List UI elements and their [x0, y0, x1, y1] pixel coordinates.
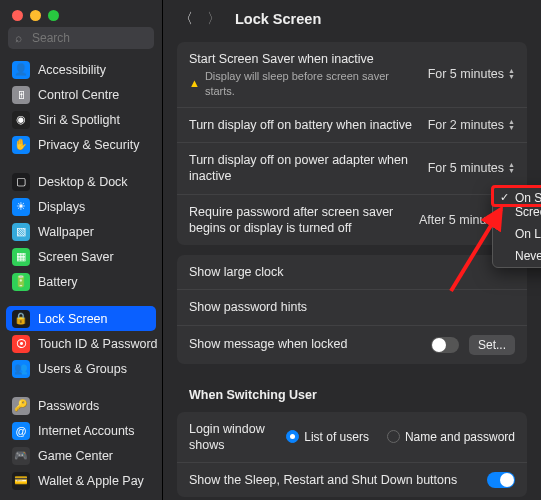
sidebar-item-displays[interactable]: ☀Displays — [6, 194, 156, 219]
row-require-password: Require password after screen saver begi… — [177, 195, 527, 246]
row-login-window: Login window shows List of users Name an… — [177, 412, 527, 464]
sidebar-icon: 💳 — [12, 472, 30, 490]
sidebar-item-label: Screen Saver — [38, 250, 114, 264]
sidebar-item-label: Wallet & Apple Pay — [38, 474, 144, 488]
row-large-clock: Show large clock ▲▼ — [177, 255, 527, 290]
radio-name-and-password[interactable]: Name and password — [387, 430, 515, 444]
radio-list-of-users[interactable]: List of users — [286, 430, 369, 444]
large-clock-menu[interactable]: On Screen Saver and Lock ScreenOn Lock S… — [492, 186, 541, 268]
sidebar-icon: 🔑 — [12, 397, 30, 415]
back-button[interactable]: 〈 — [179, 10, 193, 28]
zoom-window-button[interactable] — [48, 10, 59, 21]
row-display-off-power: Turn display off on power adapter when i… — [177, 143, 527, 195]
sidebar-item-game-center[interactable]: 🎮Game Center — [6, 443, 156, 468]
sidebar-item-label: Game Center — [38, 449, 113, 463]
row-password-hints: Show password hints ▲▼ — [177, 290, 527, 325]
sidebar-icon: ▧ — [12, 223, 30, 241]
minimize-window-button[interactable] — [30, 10, 41, 21]
sidebar-item-label: Wallpaper — [38, 225, 94, 239]
sidebar-item-wallpaper[interactable]: ▧Wallpaper — [6, 219, 156, 244]
row-label: Require password after screen saver begi… — [189, 204, 409, 237]
sidebar-item-accessibility[interactable]: 👤Accessibility — [6, 57, 156, 82]
set-message-button[interactable]: Set... — [469, 335, 515, 355]
stepper-icon: ▲▼ — [508, 162, 515, 174]
sidebar-icon: 🎚 — [12, 86, 30, 104]
sidebar-item-siri-spotlight[interactable]: ◉Siri & Spotlight — [6, 107, 156, 132]
row-label: Turn display off on power adapter when i… — [189, 152, 418, 185]
row-screensaver-start: Start Screen Saver when inactive ▲ Displ… — [177, 42, 527, 108]
settings-panel-1: Start Screen Saver when inactive ▲ Displ… — [177, 42, 527, 245]
breadcrumb: 〈 〉 Lock Screen — [163, 0, 541, 36]
sidebar-item-screen-saver[interactable]: ▦Screen Saver — [6, 244, 156, 269]
row-label: Show the Sleep, Restart and Shut Down bu… — [189, 472, 477, 488]
sidebar-icon: ◉ — [12, 111, 30, 129]
sidebar-item-wallet-apple-pay[interactable]: 💳Wallet & Apple Pay — [6, 468, 156, 493]
sidebar-item-label: Passwords — [38, 399, 99, 413]
settings-panel-3: Login window shows List of users Name an… — [177, 412, 527, 498]
row-label: Turn display off on battery when inactiv… — [189, 117, 418, 133]
row-label: Show large clock — [189, 264, 498, 280]
sidebar-nav: 👤Accessibility🎚Control Centre◉Siri & Spo… — [0, 57, 162, 500]
sidebar-icon: ☀ — [12, 198, 30, 216]
close-window-button[interactable] — [12, 10, 23, 21]
sidebar-icon: ▢ — [12, 173, 30, 191]
settings-panel-2: Show large clock ▲▼ Show password hints … — [177, 255, 527, 364]
toggle-show-message[interactable] — [431, 337, 459, 353]
section-title-switching: When Switching User — [163, 374, 541, 406]
row-show-message: Show message when locked Set... — [177, 326, 527, 364]
window-controls — [0, 0, 162, 27]
sidebar-item-privacy-security[interactable]: ✋Privacy & Security — [6, 132, 156, 157]
sidebar-icon: ✋ — [12, 136, 30, 154]
sidebar-item-label: Control Centre — [38, 88, 119, 102]
sidebar-item-label: Touch ID & Password — [38, 337, 158, 351]
warning-icon: ▲ — [189, 76, 200, 90]
sidebar-icon: @ — [12, 422, 30, 440]
row-sublabel: ▲ Display will sleep before screen saver… — [189, 69, 418, 98]
sidebar-item-label: Lock Screen — [38, 312, 107, 326]
sidebar-icon: 👤 — [12, 61, 30, 79]
sidebar: ⌕ 👤Accessibility🎚Control Centre◉Siri & S… — [0, 0, 163, 500]
value-popup-screensaver[interactable]: For 5 minutes ▲▼ — [428, 67, 515, 81]
sidebar-item-users-groups[interactable]: 👥Users & Groups — [6, 356, 156, 381]
sidebar-item-lock-screen[interactable]: 🔒Lock Screen — [6, 306, 156, 331]
row-label: Start Screen Saver when inactive — [189, 51, 418, 67]
sidebar-item-label: Displays — [38, 200, 85, 214]
row-display-off-battery: Turn display off on battery when inactiv… — [177, 108, 527, 143]
sidebar-item-touch-id-password[interactable]: ⦿Touch ID & Password — [6, 331, 156, 356]
menu-option[interactable]: On Lock Screen — [493, 223, 541, 245]
search-input[interactable] — [8, 27, 154, 49]
stepper-icon: ▲▼ — [508, 119, 515, 131]
main-pane: 〈 〉 Lock Screen Start Screen Saver when … — [163, 0, 541, 500]
stepper-icon: ▲▼ — [508, 68, 515, 80]
value-popup-power[interactable]: For 5 minutes ▲▼ — [428, 161, 515, 175]
sidebar-icon: 🔒 — [12, 310, 30, 328]
page-title: Lock Screen — [235, 11, 321, 27]
row-label: Login window shows — [189, 421, 276, 454]
sidebar-icon: 🔋 — [12, 273, 30, 291]
menu-option[interactable]: Never — [493, 245, 541, 267]
sidebar-item-label: Battery — [38, 275, 78, 289]
value-popup-battery[interactable]: For 2 minutes ▲▼ — [428, 118, 515, 132]
row-label: Show password hints — [189, 299, 498, 315]
sidebar-item-label: Siri & Spotlight — [38, 113, 120, 127]
sidebar-item-battery[interactable]: 🔋Battery — [6, 269, 156, 294]
menu-option[interactable]: On Screen Saver and Lock Screen — [493, 187, 541, 223]
sidebar-item-label: Internet Accounts — [38, 424, 135, 438]
sidebar-icon: ⦿ — [12, 335, 30, 353]
sidebar-item-internet-accounts[interactable]: @Internet Accounts — [6, 418, 156, 443]
row-show-sleep-restart: Show the Sleep, Restart and Shut Down bu… — [177, 463, 527, 497]
sidebar-item-passwords[interactable]: 🔑Passwords — [6, 393, 156, 418]
sidebar-item-label: Users & Groups — [38, 362, 127, 376]
row-label: Show message when locked — [189, 336, 421, 352]
toggle-sleep-restart[interactable] — [487, 472, 515, 488]
sidebar-item-label: Privacy & Security — [38, 138, 139, 152]
sidebar-icon: 👥 — [12, 360, 30, 378]
sidebar-icon: ▦ — [12, 248, 30, 266]
sidebar-item-control-centre[interactable]: 🎚Control Centre — [6, 82, 156, 107]
forward-button[interactable]: 〉 — [207, 10, 221, 28]
sidebar-icon: 🎮 — [12, 447, 30, 465]
sidebar-item-desktop-dock[interactable]: ▢Desktop & Dock — [6, 169, 156, 194]
sidebar-item-label: Accessibility — [38, 63, 106, 77]
sidebar-item-label: Desktop & Dock — [38, 175, 128, 189]
